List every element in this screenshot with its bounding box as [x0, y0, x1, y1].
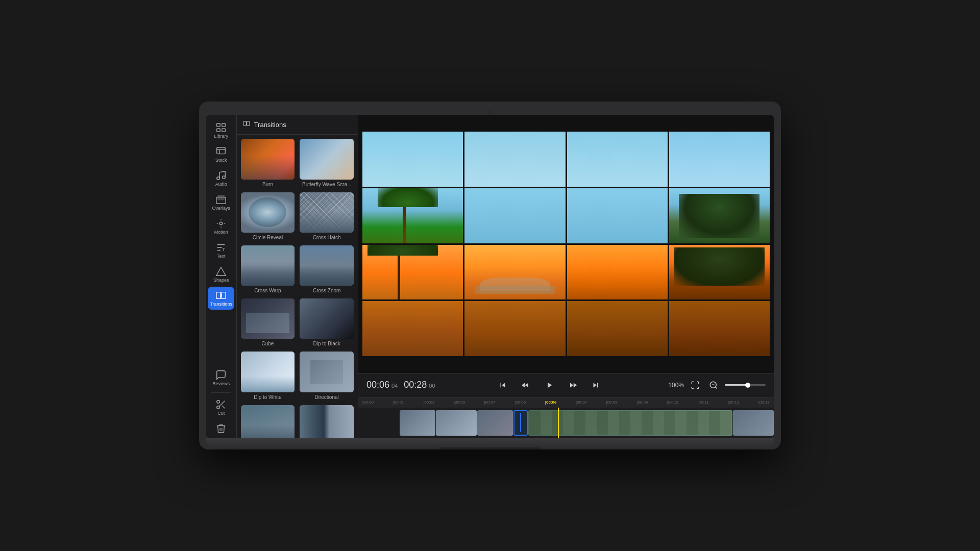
sidebar-label-text: Text [217, 254, 226, 259]
preview-cell-r3c3 [567, 245, 668, 300]
svg-rect-2 [217, 129, 220, 132]
preview-cell-r1c1 [362, 132, 463, 187]
transition-dip-white[interactable]: Dip to White [239, 349, 297, 402]
transition-cube[interactable]: Cube [239, 296, 297, 348]
skip-to-end-button[interactable] [589, 378, 603, 392]
timeline-ruler: |00:00 |00:01 |00:02 |00:03 |00:04 |00:0… [358, 397, 774, 408]
svg-point-7 [217, 177, 220, 180]
transition-directional[interactable]: Directional [298, 349, 356, 402]
ruler-mark-6: |00:06 [545, 400, 557, 405]
transitions-header: Transitions [237, 115, 358, 135]
app-screen: Library Stock Audio [206, 115, 774, 438]
preview-cell-r2c4 [669, 188, 770, 243]
svg-point-17 [217, 406, 220, 409]
svg-rect-3 [222, 129, 225, 132]
preview-cell-r4c1 [362, 301, 463, 356]
sidebar-label-overlays: Overlays [212, 206, 231, 211]
sidebar-item-reviews[interactable]: Reviews [208, 366, 234, 389]
play-button[interactable] [541, 377, 558, 394]
preview-cell-r1c2 [464, 132, 565, 187]
svg-rect-10 [218, 195, 225, 200]
transition-label-cube: Cube [262, 341, 274, 346]
ruler-mark-10: |00:10 [667, 400, 678, 405]
track-clip-2[interactable] [400, 410, 435, 436]
transition-label-cross-hatch: Cross Hatch [313, 235, 341, 240]
transition-thumb-burn [241, 139, 295, 179]
sidebar-item-audio[interactable]: Audio [208, 167, 234, 190]
skip-to-start-button[interactable] [496, 378, 510, 392]
sidebar-item-cut[interactable]: Cut [208, 396, 234, 419]
sidebar-item-shapes[interactable]: Shapes [208, 263, 234, 286]
fast-forward-button[interactable] [566, 378, 580, 392]
sidebar: Library Stock Audio [206, 115, 237, 438]
ruler-mark-12: |00:12 [728, 400, 739, 405]
track-clip-selected[interactable] [513, 410, 528, 436]
transition-thumb-dip-black [300, 298, 354, 339]
preview-cell-r4c4 [669, 301, 770, 356]
svg-line-18 [219, 400, 225, 406]
ruler-mark-9: |00:09 [636, 400, 648, 405]
sidebar-label-shapes: Shapes [213, 278, 229, 283]
sidebar-item-trash[interactable] [208, 420, 234, 438]
transition-cross-hatch[interactable]: Cross Hatch [298, 190, 356, 242]
timeline-tracks [358, 408, 774, 438]
fullscreen-button[interactable] [688, 378, 702, 392]
sidebar-label-audio: Audio [215, 182, 227, 187]
svg-marker-13 [216, 267, 226, 276]
transition-circle-reveal[interactable]: Circle Reveal [239, 190, 297, 242]
ruler-mark-8: |00:08 [606, 400, 618, 405]
preview-grid [362, 132, 770, 356]
transition-label-dip-white: Dip to White [254, 394, 281, 400]
transition-directional-wipe[interactable]: Directional Wipe [298, 403, 356, 438]
transition-thumb-cross-hatch [300, 192, 354, 233]
preview-cell-r2c3 [567, 188, 668, 243]
transition-dip-black[interactable]: Dip to Black [298, 296, 356, 348]
sidebar-item-transitions[interactable]: Transitions [208, 287, 234, 310]
track-clip-palms[interactable] [528, 410, 732, 436]
transition-burn[interactable]: Burn [239, 137, 297, 189]
sidebar-label-motion: Motion [214, 230, 228, 235]
transition-cross-zoom[interactable]: Cross Zoom [298, 243, 356, 295]
track-clip-1[interactable] [358, 410, 399, 436]
current-time: 00:06 [366, 380, 389, 390]
zoom-level: 100% [664, 382, 684, 389]
current-frame: 04 [391, 383, 398, 389]
ruler-mark-0: |00:00 [362, 400, 374, 405]
transition-thumb-directional-warp [241, 405, 295, 438]
preview-area [358, 115, 774, 372]
sidebar-item-stock[interactable]: Stock [208, 143, 234, 166]
preview-cell-r3c1 [362, 245, 463, 300]
transition-cross-warp[interactable]: Cross Warp [239, 243, 297, 295]
sidebar-item-text[interactable]: T Text [208, 239, 234, 262]
transitions-panel-icon [243, 120, 250, 129]
transition-butterfly[interactable]: Butterfly Wave Scra... [298, 137, 356, 189]
svg-rect-0 [217, 123, 220, 127]
app-container: Library Stock Audio [206, 115, 774, 438]
transition-label-butterfly: Butterfly Wave Scra... [302, 182, 351, 187]
sidebar-item-motion[interactable]: Motion [208, 215, 234, 238]
rewind-button[interactable] [518, 378, 532, 392]
transition-thumb-circle-reveal [241, 192, 295, 233]
sidebar-item-library[interactable]: Library [208, 119, 234, 142]
svg-rect-20 [243, 121, 246, 126]
preview-cell-r2c1 [362, 188, 463, 243]
track-clip-3[interactable] [436, 410, 477, 436]
laptop-base [206, 438, 774, 449]
ruler-mark-1: |00:01 [393, 400, 404, 405]
preview-cell-r4c3 [567, 301, 668, 356]
track-clip-last[interactable] [733, 410, 774, 436]
laptop-container: Library Stock Audio [199, 102, 781, 449]
transition-label-circle-reveal: Circle Reveal [253, 235, 283, 240]
track-clip-4[interactable] [477, 410, 513, 436]
svg-point-11 [220, 222, 223, 226]
svg-rect-21 [247, 121, 249, 126]
zoom-slider[interactable] [725, 384, 766, 386]
transition-directional-warp[interactable]: Directional Warp [239, 403, 297, 438]
transition-thumb-butterfly [300, 139, 354, 179]
transition-thumb-directional-wipe [300, 405, 354, 438]
main-area: 00:06 04 00:28 00 [358, 115, 774, 438]
zoom-out-button[interactable] [706, 378, 721, 392]
sidebar-label-reviews: Reviews [212, 382, 230, 386]
ruler-mark-5: |00:05 [514, 400, 526, 405]
sidebar-item-overlays[interactable]: Overlays [208, 191, 234, 214]
